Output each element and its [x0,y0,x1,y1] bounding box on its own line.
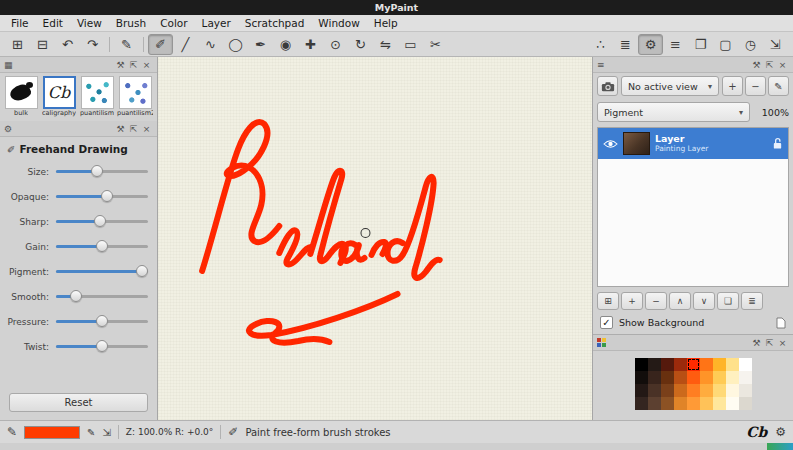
palette-swatch[interactable] [726,397,739,410]
palette-swatch[interactable] [739,397,752,410]
slider-handle[interactable] [101,190,113,202]
menu-color[interactable]: Color [153,16,194,30]
palette-swatch[interactable] [700,397,713,410]
brush-group-puantilism[interactable]: puantilism [79,76,115,117]
palette-swatch[interactable] [674,358,687,371]
palette-swatch[interactable] [739,384,752,397]
fullscreen-button[interactable]: ⇲ [763,34,788,55]
layer-properties-button[interactable]: ≣ [741,292,763,310]
panel-close-icon[interactable]: × [140,60,153,70]
palette-swatch[interactable] [713,371,726,384]
palette-swatch[interactable] [687,371,700,384]
frame-toggle-button[interactable]: ▢ [713,34,738,55]
inking-tool-button[interactable]: ✒ [248,34,273,55]
menu-window[interactable]: Window [311,16,366,30]
edit-views-button[interactable]: ✎ [768,76,789,96]
slider-handle[interactable] [96,340,108,352]
palette-swatch[interactable] [635,371,648,384]
palette-swatch[interactable] [648,397,661,410]
tool-options-button[interactable]: ⚙ [638,34,663,55]
duplicate-layer-button[interactable]: ❏ [717,292,739,310]
new-layer-button[interactable]: ⊞ [597,292,619,310]
menu-scratchpad[interactable]: Scratchpad [238,16,312,30]
slider-handle[interactable] [70,290,82,302]
main-menu-button[interactable]: ≡ [663,34,688,55]
palette-swatch[interactable] [674,397,687,410]
add-view-button[interactable]: + [722,76,743,96]
palette-swatch[interactable] [674,371,687,384]
palette-swatch[interactable] [700,358,713,371]
crop-tool-button[interactable]: ✂ [423,34,448,55]
slider-pressure[interactable] [56,315,148,328]
panel-tools-icon[interactable]: ⚒ [114,124,127,134]
panel-tools-icon[interactable]: ⚒ [114,60,127,70]
slider-sharp[interactable] [56,215,148,228]
brush-group-puantilism2[interactable]: puantilism2 [117,76,153,117]
show-background-checkbox[interactable]: ✓ [600,316,613,329]
slider-handle[interactable] [94,215,106,227]
palette-swatch[interactable] [648,358,661,371]
remove-view-button[interactable]: − [745,76,766,96]
panel-detach-icon[interactable]: ⇱ [763,60,776,70]
new-file-button[interactable]: ⊞ [5,34,30,55]
edit-color-icon[interactable]: ✎ [87,427,95,438]
slider-twist[interactable] [56,340,148,353]
menu-brush[interactable]: Brush [109,16,153,30]
pan-tool-button[interactable]: ✚ [298,34,323,55]
slider-handle[interactable] [96,315,108,327]
layer-mode-select[interactable]: Pigment ▾ [597,102,750,122]
panel-detach-icon[interactable]: ⇱ [763,338,776,348]
connected-lines-tool-button[interactable]: ∿ [198,34,223,55]
palette-swatch[interactable] [661,384,674,397]
open-file-button[interactable]: ⊟ [30,34,55,55]
panel-close-icon[interactable]: × [776,60,789,70]
palette-swatch[interactable] [648,371,661,384]
reset-button[interactable]: Reset [9,393,148,412]
palette-swatch[interactable] [726,384,739,397]
panel-tools-icon[interactable]: ⚒ [750,338,763,348]
palette-swatch[interactable] [661,358,674,371]
background-page-icon[interactable] [776,317,786,329]
palette-swatch[interactable] [739,371,752,384]
menu-file[interactable]: File [4,16,36,30]
palette-swatch[interactable] [713,397,726,410]
panel-close-icon[interactable]: × [140,124,153,134]
expand-icon[interactable]: ⇲ [102,427,110,438]
palette-swatch[interactable] [661,397,674,410]
slider-handle[interactable] [136,265,148,277]
slider-size[interactable] [56,165,148,178]
lower-layer-button[interactable]: ∨ [693,292,715,310]
lock-icon[interactable] [772,137,783,150]
camera-icon[interactable] [597,76,618,96]
panel-tools-icon[interactable]: ⚒ [750,60,763,70]
brush-options-icon[interactable]: ⚙ [775,425,786,439]
menu-layer[interactable]: Layer [195,16,238,30]
palette-swatch[interactable] [661,371,674,384]
line-tool-button[interactable]: ╱ [173,34,198,55]
rotate-tool-button[interactable]: ↻ [348,34,373,55]
palette-swatch[interactable] [726,358,739,371]
palette-swatch[interactable] [713,358,726,371]
panel-detach-icon[interactable]: ⇱ [127,124,140,134]
canvas[interactable] [158,57,592,420]
palette-swatch[interactable] [700,371,713,384]
slider-gain[interactable] [56,240,148,253]
palette-swatch[interactable] [687,397,700,410]
current-color-swatch[interactable] [24,426,80,439]
ellipse-tool-button[interactable]: ◯ [223,34,248,55]
mirror-tool-button[interactable]: ⇋ [373,34,398,55]
zoom-tool-button[interactable]: ⊙ [323,34,348,55]
brush-group-bulk[interactable]: bulk [3,76,39,117]
raise-layer-button[interactable]: ∧ [669,292,691,310]
frame-tool-button[interactable]: ▭ [398,34,423,55]
menu-view[interactable]: View [70,16,109,30]
menu-help[interactable]: Help [367,16,405,30]
panels-layout-button[interactable]: ❐ [688,34,713,55]
brush-groups-button[interactable]: ∴ [588,34,613,55]
layer-row[interactable]: Layer Painting Layer [598,128,788,159]
add-layer-button[interactable]: + [621,292,643,310]
slider-handle[interactable] [96,240,108,252]
brush-settings-button[interactable]: ≣ [613,34,638,55]
brush-group-caligraphy[interactable]: Cbcaligraphy [41,76,77,117]
palette-swatch[interactable] [648,384,661,397]
